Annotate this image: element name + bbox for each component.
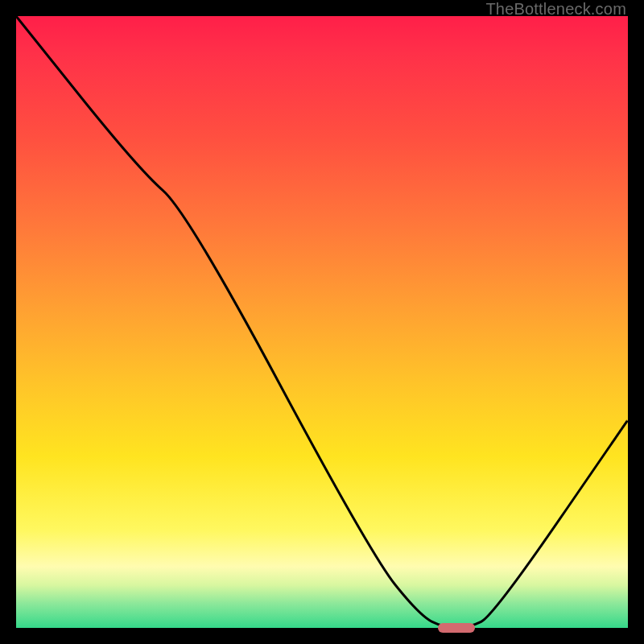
bottleneck-curve <box>16 16 628 628</box>
optimum-marker <box>438 623 475 633</box>
chart-frame: TheBottleneck.com <box>0 0 644 644</box>
plot-area <box>16 16 628 628</box>
